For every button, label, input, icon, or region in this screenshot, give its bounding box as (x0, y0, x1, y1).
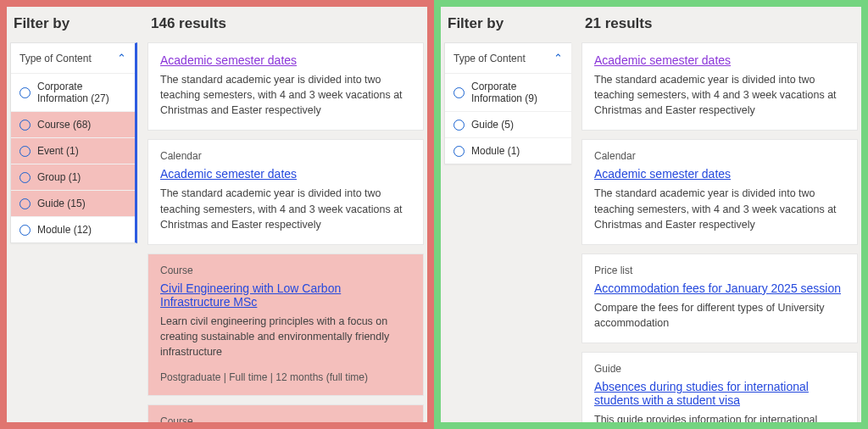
result-card: Academic semester datesThe standard acad… (581, 42, 858, 131)
result-meta: Postgraduate | Full time | 12 months (fu… (160, 371, 411, 383)
results-list-left: Academic semester datesThe standard acad… (147, 42, 424, 422)
result-tag: Price list (594, 265, 845, 276)
result-card: Academic semester datesThe standard acad… (147, 42, 424, 131)
results-list-right: Academic semester datesThe standard acad… (581, 42, 858, 422)
radio-icon (453, 120, 465, 131)
facet-item[interactable]: Guide (15) (11, 190, 135, 216)
result-tag: Calendar (594, 150, 845, 162)
result-description: The standard academic year is divided in… (160, 72, 411, 118)
facet-list-left: Corporate Information (27)Course (68)Eve… (11, 74, 135, 242)
results-column: 146 results Academic semester datesThe s… (147, 12, 424, 422)
result-description: This guide provides information for inte… (594, 412, 845, 422)
comparison-stage: Filter by Type of Content ⌃ Corporate In… (0, 0, 868, 429)
facet-card: Type of Content ⌃ Corporate Information … (444, 42, 571, 164)
chevron-up-icon: ⌃ (117, 52, 126, 64)
result-description: Compare the fees for different types of … (594, 300, 845, 331)
facet-item[interactable]: Course (68) (11, 111, 135, 137)
radio-icon (19, 120, 31, 131)
facet-header-label: Type of Content (453, 53, 526, 64)
result-title-link[interactable]: Civil Engineering with Low Carbon Infras… (160, 281, 411, 309)
result-tag: Guide (594, 363, 845, 375)
result-title-link[interactable]: Accommodation fees for January 2025 sess… (594, 281, 841, 295)
filter-title: Filter by (14, 15, 137, 32)
result-card: CourseCivil Engineering with Low Carbon … (147, 254, 424, 396)
result-tag: Course (160, 415, 411, 422)
result-title-link[interactable]: Academic semester dates (160, 53, 297, 67)
radio-icon (19, 198, 31, 209)
result-title-link[interactable]: Absences during studies for internationa… (594, 380, 845, 407)
radio-icon (19, 87, 31, 98)
radio-icon (453, 146, 465, 157)
chevron-up-icon: ⌃ (554, 52, 563, 64)
panel-inner: Filter by Type of Content ⌃ Corporate In… (7, 7, 427, 422)
columns: Filter by Type of Content ⌃ Corporate In… (444, 12, 858, 422)
facet-list-right: Corporate Information (9)Guide (5)Module… (445, 74, 571, 164)
facet-item-label: Course (68) (37, 119, 91, 131)
facet-card: Type of Content ⌃ Corporate Information … (10, 42, 137, 243)
facet-item[interactable]: Corporate Information (27) (11, 74, 135, 111)
columns: Filter by Type of Content ⌃ Corporate In… (10, 12, 424, 422)
facet-item[interactable]: Module (12) (11, 216, 135, 242)
facet-item-label: Event (1) (37, 145, 79, 157)
results-count: 21 results (585, 15, 858, 32)
variant-panel-right: Filter by Type of Content ⌃ Corporate In… (434, 0, 868, 429)
facet-item-label: Group (1) (37, 171, 81, 183)
facet-item-label: Module (12) (37, 224, 92, 236)
facet-item[interactable]: Group (1) (11, 164, 135, 190)
facet-item-label: Guide (5) (471, 119, 514, 131)
facet-item[interactable]: Guide (5) (445, 111, 571, 137)
facet-header[interactable]: Type of Content ⌃ (445, 43, 571, 74)
facet-item[interactable]: Module (1) (445, 137, 571, 164)
facet-item-label: Module (1) (471, 145, 520, 157)
results-count: 146 results (151, 15, 424, 32)
result-title-link[interactable]: Academic semester dates (594, 167, 731, 181)
facet-header-label: Type of Content (19, 53, 92, 64)
result-title-link[interactable]: Academic semester dates (594, 53, 731, 67)
radio-icon (453, 87, 465, 98)
result-description: Learn civil engineering principles with … (160, 314, 411, 359)
filter-column: Filter by Type of Content ⌃ Corporate In… (10, 12, 137, 243)
result-description: The standard academic year is divided in… (160, 186, 411, 231)
result-title-link[interactable]: Academic semester dates (160, 167, 297, 181)
result-tag: Course (160, 265, 411, 276)
result-card: CalendarAcademic semester datesThe stand… (581, 139, 858, 244)
facet-item-label: Corporate Information (9) (471, 81, 563, 104)
filter-title: Filter by (448, 15, 571, 32)
result-tag: Calendar (160, 150, 411, 162)
radio-icon (19, 146, 31, 157)
result-card: Price listAccommodation fees for January… (581, 254, 858, 343)
variant-panel-left: Filter by Type of Content ⌃ Corporate In… (0, 0, 434, 429)
facet-item[interactable]: Event (1) (11, 137, 135, 164)
result-description: The standard academic year is divided in… (594, 186, 845, 231)
radio-icon (19, 225, 31, 236)
facet-header[interactable]: Type of Content ⌃ (11, 43, 135, 74)
panel-inner: Filter by Type of Content ⌃ Corporate In… (441, 7, 861, 422)
result-card: CalendarAcademic semester datesThe stand… (147, 139, 424, 244)
results-column: 21 results Academic semester datesThe st… (581, 12, 858, 422)
result-description: The standard academic year is divided in… (594, 72, 845, 118)
radio-icon (19, 172, 31, 183)
result-card: GuideAbsences during studies for interna… (581, 352, 858, 422)
facet-item[interactable]: Corporate Information (9) (445, 74, 571, 111)
filter-column: Filter by Type of Content ⌃ Corporate In… (444, 12, 571, 164)
facet-item-label: Guide (15) (37, 198, 86, 209)
facet-item-label: Corporate Information (27) (37, 81, 126, 104)
result-card: CourseCivil Engineering with Low Carbon … (147, 404, 424, 422)
